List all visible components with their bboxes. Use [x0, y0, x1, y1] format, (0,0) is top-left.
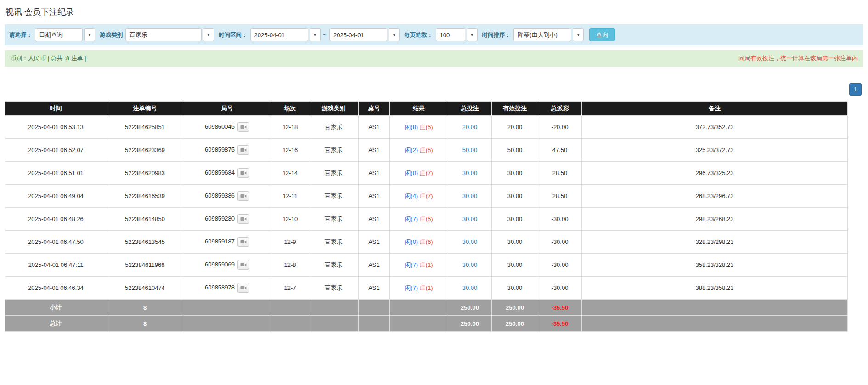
subtotal-row: 小计 8 250.00 250.00 -35.50 — [5, 300, 848, 316]
cell-valid-bet: 30.00 — [492, 185, 538, 208]
subtotal-payout: -35.50 — [538, 300, 582, 316]
cell-session: 12-11 — [271, 185, 309, 208]
game-type-value: 百家乐 — [125, 28, 202, 41]
video-replay-button[interactable] — [237, 145, 249, 155]
page-size-select[interactable]: 100 ▼ — [436, 28, 478, 41]
cell-payout: 28.50 — [538, 185, 582, 208]
search-button[interactable]: 查询 — [589, 28, 615, 41]
cell-result: 闲(0) 庄(7) — [390, 162, 448, 185]
cell-table-no: AS1 — [359, 139, 390, 162]
cell-note: 296.73/325.23 — [582, 162, 848, 185]
cell-session: 12-14 — [271, 162, 309, 185]
cell-bet-id: 522384611966 — [107, 254, 183, 277]
total-bet-link[interactable]: 30.00 — [462, 192, 478, 199]
cell-table-no: AS1 — [359, 185, 390, 208]
cell-payout: 47.50 — [538, 139, 582, 162]
total-bet-link[interactable]: 30.00 — [462, 238, 478, 245]
cell-time: 2025-04-01 06:47:50 — [5, 231, 107, 254]
table-body: 2025-04-01 06:53:13 522384625851 6098600… — [5, 116, 848, 300]
cell-note: 325.23/372.73 — [582, 139, 848, 162]
result-player: 闲(4) — [405, 192, 418, 199]
result-player: 闲(2) — [405, 147, 418, 153]
chevron-down-icon[interactable]: ▼ — [84, 28, 95, 41]
table-row: 2025-04-01 06:52:07 522384623369 6098598… — [5, 139, 848, 162]
cell-game-type: 百家乐 — [309, 277, 359, 300]
video-replay-button[interactable] — [237, 237, 249, 247]
video-camera-icon — [240, 147, 247, 153]
subtotal-total-bet: 250.00 — [448, 300, 492, 316]
cell-bet-id: 522384623369 — [107, 139, 183, 162]
date-from-value: 2025-04-01 — [250, 28, 308, 41]
cell-valid-bet: 20.00 — [492, 116, 538, 139]
total-bet-link[interactable]: 20.00 — [462, 124, 478, 130]
cell-note: 358.23/328.23 — [582, 254, 848, 277]
date-from-select[interactable]: 2025-04-01 ▼ — [250, 28, 321, 41]
result-player: 闲(8) — [405, 124, 418, 130]
date-range-label: 时间区间： — [219, 31, 248, 39]
page-size-label: 每页笔数： — [404, 31, 433, 39]
cell-time: 2025-04-01 06:51:01 — [5, 162, 107, 185]
betting-records-table: 时间 注单编号 局号 场次 游戏类别 桌号 结果 总投注 有效投注 总派彩 备注… — [5, 101, 848, 332]
video-replay-button[interactable] — [237, 283, 249, 293]
sort-value: 降幂(由大到小) — [513, 28, 571, 41]
chevron-down-icon[interactable]: ▼ — [467, 28, 478, 41]
col-valid-bet: 有效投注 — [492, 102, 538, 116]
total-bet-link[interactable]: 50.00 — [462, 147, 478, 153]
total-bet-link[interactable]: 30.00 — [462, 261, 478, 268]
cell-result: 闲(7) 庄(1) — [390, 254, 448, 277]
cell-round: 609859684 — [183, 162, 271, 185]
cell-round: 609859386 — [183, 185, 271, 208]
col-table-no: 桌号 — [359, 102, 390, 116]
filter-bar: 请选择： 日期查询 ▼ 游戏类别 百家乐 ▼ 时间区间： 2025-04-01 … — [5, 24, 863, 45]
table-row: 2025-04-01 06:51:01 522384620983 6098596… — [5, 162, 848, 185]
page-title: 视讯 会员下注纪录 — [6, 6, 863, 17]
cell-payout: -30.00 — [538, 231, 582, 254]
round-number: 609859386 — [205, 192, 235, 199]
summary-bar: 币别：人民币 | 总共 :8 注单 | 同局有效投注，统一计算在该局第一张注单内 — [5, 50, 863, 67]
cell-note: 268.23/296.73 — [582, 185, 848, 208]
result-player: 闲(0) — [405, 170, 418, 176]
cell-note: 388.23/358.23 — [582, 277, 848, 300]
cell-valid-bet: 30.00 — [492, 254, 538, 277]
cell-session: 12-18 — [271, 116, 309, 139]
query-type-select[interactable]: 日期查询 ▼ — [35, 28, 95, 41]
cell-result: 闲(2) 庄(5) — [390, 139, 448, 162]
game-type-select[interactable]: 百家乐 ▼ — [125, 28, 214, 41]
col-time: 时间 — [5, 102, 107, 116]
sort-select[interactable]: 降幂(由大到小) ▼ — [513, 28, 584, 41]
video-replay-button[interactable] — [237, 214, 249, 224]
grand-total-valid-bet: 250.00 — [492, 316, 538, 332]
result-player: 闲(0) — [405, 238, 418, 245]
cell-round: 609859069 — [183, 254, 271, 277]
cell-session: 12-8 — [271, 254, 309, 277]
chevron-down-icon[interactable]: ▼ — [310, 28, 321, 41]
cell-time: 2025-04-01 06:46:34 — [5, 277, 107, 300]
result-banker: 庄(5) — [420, 124, 433, 130]
grand-total-row: 总计 8 250.00 250.00 -35.50 — [5, 316, 848, 332]
total-bet-link[interactable]: 30.00 — [462, 284, 478, 291]
chevron-down-icon[interactable]: ▼ — [389, 28, 400, 41]
total-bet-link[interactable]: 30.00 — [462, 170, 478, 176]
cell-total-bet: 30.00 — [448, 162, 492, 185]
video-camera-icon — [240, 239, 247, 244]
table-row: 2025-04-01 06:48:26 522384614850 6098592… — [5, 208, 848, 231]
result-banker: 庄(1) — [420, 284, 433, 291]
total-bet-link[interactable]: 30.00 — [462, 215, 478, 222]
video-replay-button[interactable] — [237, 168, 249, 178]
cell-game-type: 百家乐 — [309, 254, 359, 277]
date-to-select[interactable]: 2025-04-01 ▼ — [329, 28, 400, 41]
cell-note: 372.73/352.73 — [582, 116, 848, 139]
cell-table-no: AS1 — [359, 208, 390, 231]
cell-time: 2025-04-01 06:47:11 — [5, 254, 107, 277]
video-replay-button[interactable] — [237, 191, 249, 201]
page-1-button[interactable]: 1 — [849, 83, 862, 96]
cell-time: 2025-04-01 06:49:04 — [5, 185, 107, 208]
video-camera-icon — [240, 125, 247, 130]
video-replay-button[interactable] — [237, 122, 249, 132]
chevron-down-icon[interactable]: ▼ — [573, 28, 584, 41]
col-result: 结果 — [390, 102, 448, 116]
video-replay-button[interactable] — [237, 260, 249, 270]
chevron-down-icon[interactable]: ▼ — [203, 28, 214, 41]
cell-table-no: AS1 — [359, 116, 390, 139]
cell-session: 12-7 — [271, 277, 309, 300]
